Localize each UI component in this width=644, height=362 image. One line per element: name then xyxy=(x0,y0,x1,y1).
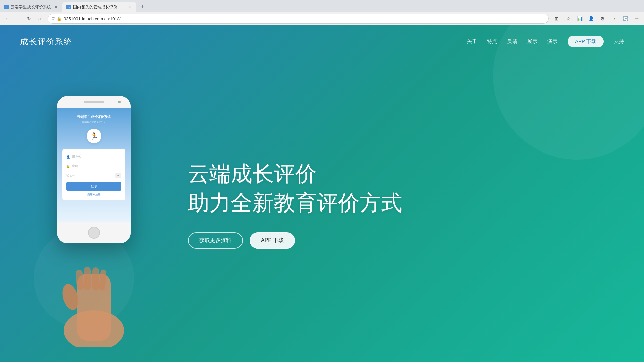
back-button[interactable]: ← xyxy=(3,14,12,23)
user-icon: 👤 xyxy=(66,155,70,159)
phone-password-row: 🔒 密码 xyxy=(66,162,121,170)
phone-username-label: 用户名 xyxy=(72,155,81,159)
phone-camera xyxy=(118,101,121,103)
shield-icon: 🛡 xyxy=(51,16,55,21)
hero-title-sub: 助力全新教育评价方式 xyxy=(188,190,610,216)
home-button[interactable]: ⌂ xyxy=(35,14,44,23)
stats-button[interactable]: 📊 xyxy=(575,14,584,23)
nav-features[interactable]: 特点 xyxy=(487,38,497,45)
profile-button[interactable]: 👤 xyxy=(586,14,596,23)
extensions-button[interactable]: ⊞ xyxy=(552,14,561,23)
phone-register-link[interactable]: 新用户注册 xyxy=(66,193,121,196)
nav-about[interactable]: 关于 xyxy=(467,38,477,45)
site-logo: 成长评价系统 xyxy=(20,36,72,47)
tab-2-favicon: 云 xyxy=(66,5,71,9)
nav-support[interactable]: 支持 xyxy=(614,38,624,45)
tab-bar: 云 云端学生成长评价系统 ✕ 云 国内领先的云端成长评价系统 ✕ + xyxy=(0,0,644,12)
tab-2-title: 国内领先的云端成长评价系统 xyxy=(73,4,125,10)
phone-captcha-value: iT xyxy=(115,173,121,178)
hero-title-main: 云端成长评价 xyxy=(188,161,610,187)
address-input[interactable] xyxy=(64,16,545,21)
nav-app-download[interactable]: APP 下载 xyxy=(568,36,604,47)
phone-app-title: 云端学生成长评价系统 xyxy=(77,115,111,119)
website-content: 成长评价系统 关于 特点 反馈 展示 演示 APP 下载 支持 云端学生成长评价… xyxy=(0,25,644,362)
phone-top xyxy=(57,96,131,108)
svg-rect-4 xyxy=(84,267,91,290)
phone-bottom xyxy=(57,222,131,243)
phone-form: 👤 用户名 🔒 密码 验证码 iT 登录 新用户注册 xyxy=(62,149,125,200)
menu-button[interactable]: ☰ xyxy=(632,14,641,23)
phone-logo-icon: 🏃 xyxy=(90,132,98,140)
phone-mockup: 云端学生成长评价系统 国内最好评价系统平台 🏃 👤 用户名 🔒 密码 xyxy=(57,96,131,243)
phone-home-button xyxy=(88,227,100,239)
hero-section: 云端学生成长评价系统 国内最好评价系统平台 🏃 👤 用户名 🔒 密码 xyxy=(0,47,644,329)
phone-container: 云端学生成长评价系统 国内最好评价系统平台 🏃 👤 用户名 🔒 密码 xyxy=(34,96,154,314)
tab-1-title: 云端学生成长评价系统 xyxy=(11,4,51,10)
tab-1-favicon: 云 xyxy=(4,5,9,9)
settings-button[interactable]: ⚙ xyxy=(598,14,607,23)
get-info-button[interactable]: 获取更多资料 xyxy=(188,232,243,249)
site-navigation: 成长评价系统 关于 特点 反馈 展示 演示 APP 下载 支持 xyxy=(0,25,644,47)
tab-2-close[interactable]: ✕ xyxy=(127,4,132,10)
nav-feedback[interactable]: 反馈 xyxy=(507,38,517,45)
phone-captcha-placeholder: 验证码 xyxy=(66,173,75,178)
phone-password-label: 密码 xyxy=(72,164,78,168)
phone-screen: 云端学生成长评价系统 国内最好评价系统平台 🏃 👤 用户名 🔒 密码 xyxy=(57,108,131,222)
browser-chrome: 云 云端学生成长评价系统 ✕ 云 国内领先的云端成长评价系统 ✕ + ← → ↻… xyxy=(0,0,644,25)
nav-demo[interactable]: 演示 xyxy=(547,38,557,45)
bookmark-button[interactable]: ☆ xyxy=(564,14,573,23)
phone-logo-circle: 🏃 xyxy=(87,129,101,143)
phone-username-row: 👤 用户名 xyxy=(66,153,121,161)
phone-speaker xyxy=(84,101,104,103)
forward-button[interactable]: → xyxy=(13,14,23,23)
phone-captcha-row: 验证码 iT xyxy=(66,172,121,179)
address-security-icons: 🛡 🔒 xyxy=(51,16,62,21)
hero-text: 云端成长评价 助力全新教育评价方式 获取更多资料 APP 下载 xyxy=(188,161,610,249)
new-tab-button[interactable]: + xyxy=(138,2,147,12)
nav-showcase[interactable]: 展示 xyxy=(527,38,537,45)
nav-links: 关于 特点 反馈 展示 演示 APP 下载 支持 xyxy=(467,36,624,47)
history-forward-button[interactable]: → xyxy=(609,14,619,23)
lock-icon: 🔒 xyxy=(66,165,70,168)
phone-app-subtitle: 国内最好评价系统平台 xyxy=(82,121,106,124)
reload-button[interactable]: ↻ xyxy=(24,14,34,23)
tab-1-close[interactable]: ✕ xyxy=(53,4,58,10)
tab-2[interactable]: 云 国内领先的云端成长评价系统 ✕ xyxy=(62,2,136,12)
app-download-button[interactable]: APP 下载 xyxy=(250,232,295,249)
hero-buttons: 获取更多资料 APP 下载 xyxy=(188,232,610,249)
browser-toolbar: ← → ↻ ⌂ 🛡 🔒 ⊞ ☆ 📊 👤 ⚙ → 🔄 ☰ xyxy=(0,12,644,25)
tab-1[interactable]: 云 云端学生成长评价系统 ✕ xyxy=(0,2,62,12)
svg-rect-3 xyxy=(75,269,84,290)
svg-rect-5 xyxy=(92,267,99,290)
lock-icon: 🔒 xyxy=(57,16,62,21)
phone-login-btn[interactable]: 登录 xyxy=(66,182,121,191)
sync-button[interactable]: 🔄 xyxy=(621,14,630,23)
address-bar-wrapper: 🛡 🔒 xyxy=(48,14,549,24)
toolbar-right: ⊞ ☆ 📊 👤 ⚙ → 🔄 ☰ xyxy=(552,14,641,23)
